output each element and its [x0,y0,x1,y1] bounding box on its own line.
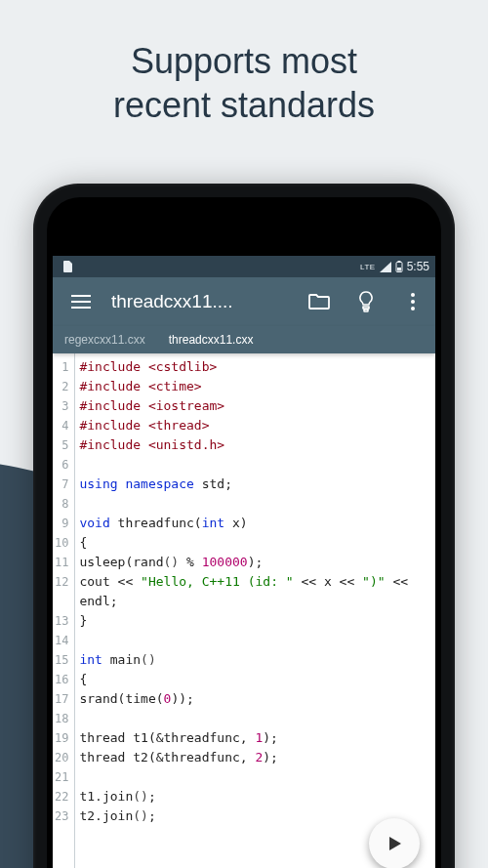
code-line[interactable]: void threadfunc(int x) [79,514,435,533]
appbar-title: threadcxx11.... [111,291,289,312]
code-line[interactable]: cout << "Hello, C++11 (id: " << x << ")"… [79,572,435,592]
line-number: 14 [55,631,68,650]
code-line[interactable]: { [79,670,435,689]
line-number: 5 [55,435,68,455]
code-line[interactable]: #include <thread> [79,416,435,435]
code-line[interactable] [79,631,435,650]
line-number: 4 [55,416,68,435]
line-number: 19 [55,728,68,748]
code-line[interactable]: thread t2(&threadfunc, 2); [79,748,435,767]
line-number: 7 [55,475,68,494]
phone-frame: LTE 5:55 threadcxx11.... [33,184,455,868]
clock-label: 5:55 [407,260,429,273]
line-number: 18 [55,709,68,728]
code-line[interactable]: #include <cstdlib> [79,357,435,377]
idea-button[interactable] [349,285,383,318]
line-number: 21 [55,767,68,787]
svg-rect-1 [397,261,400,263]
lightbulb-icon [358,291,374,312]
svg-point-5 [411,307,415,310]
code-line[interactable] [79,767,435,787]
code-line[interactable]: #include <iostream> [79,396,435,416]
lte-label: LTE [360,263,376,271]
line-number: 1 [55,357,68,377]
svg-rect-2 [397,268,401,271]
line-number: 16 [55,670,68,689]
code-line[interactable]: int main() [79,650,435,670]
line-number: 17 [55,689,68,709]
run-button[interactable] [369,818,420,868]
code-line[interactable]: endl; [79,592,435,611]
code-line[interactable]: { [79,533,435,553]
line-number: 13 [55,611,68,631]
menu-button[interactable] [64,285,98,318]
code-line[interactable]: srand(time(0)); [79,689,435,709]
phone-bezel: LTE 5:55 threadcxx11.... [47,197,441,868]
svg-point-4 [411,300,415,304]
line-number: 20 [55,748,68,767]
file-tab[interactable]: threadcxx11.cxx [157,326,265,353]
svg-point-3 [411,293,415,297]
signal-icon [380,262,391,272]
line-number: 12 [55,572,68,592]
file-tab-bar: regexcxx11.cxxthreadcxx11.cxx [53,326,435,353]
code-line[interactable]: t1.join(); [79,787,435,806]
app-screen: LTE 5:55 threadcxx11.... [53,256,435,868]
line-number-gutter: 123456789101112 1314151617181920212223 [53,353,75,868]
code-line[interactable]: #include <unistd.h> [79,435,435,455]
code-line[interactable]: using namespace std; [79,475,435,494]
headline-line-1: Supports most [131,41,357,81]
line-number: 11 [55,553,68,572]
play-icon [386,835,403,852]
line-number: 2 [55,377,68,396]
code-line[interactable] [79,494,435,514]
line-number: 10 [55,533,68,553]
headline-line-2: recent standards [113,85,375,125]
overflow-button[interactable] [396,285,429,318]
app-bar: threadcxx11.... [53,277,435,326]
code-line[interactable]: thread t1(&threadfunc, 1); [79,728,435,748]
code-line[interactable]: } [79,611,435,631]
hamburger-icon [71,295,91,309]
file-tab[interactable]: regexcxx11.cxx [53,326,157,353]
code-editor[interactable]: 123456789101112 1314151617181920212223 #… [53,353,435,868]
line-number: 8 [55,494,68,514]
status-bar: LTE 5:55 [53,256,435,277]
marketing-headline: Supports most recent standards [0,39,488,127]
line-number: 6 [55,455,68,475]
folder-icon [308,294,330,310]
open-folder-button[interactable] [303,285,336,318]
line-number: 9 [55,514,68,533]
sd-card-icon [62,261,72,272]
line-number: 15 [55,650,68,670]
line-number [55,592,68,611]
line-number: 22 [55,787,68,806]
code-line[interactable] [79,709,435,728]
code-line[interactable]: usleep(rand() % 100000); [79,553,435,572]
code-line[interactable]: #include <ctime> [79,377,435,396]
line-number: 23 [55,806,68,826]
code-area[interactable]: #include <cstdlib>#include <ctime>#inclu… [75,353,435,868]
battery-icon [395,261,403,272]
line-number: 3 [55,396,68,416]
more-vert-icon [411,293,415,310]
code-line[interactable] [79,455,435,475]
